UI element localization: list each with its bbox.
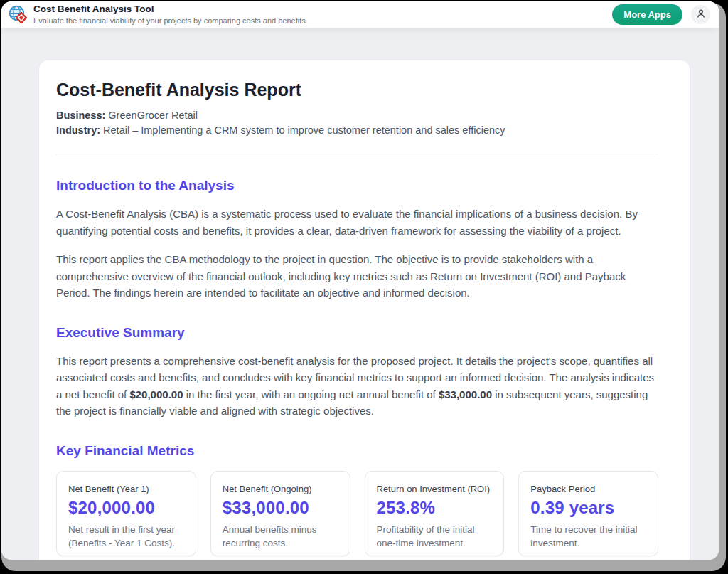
executive-summary-section: Executive Summary This report presents a… (56, 325, 658, 420)
business-meta-line: Business: GreenGrocer Retail (56, 108, 658, 123)
report-card: Cost-Benefit Analysis Report Business: G… (39, 60, 690, 560)
metric-value: $33,000.00 (223, 498, 338, 518)
metric-label: Return on Investment (ROI) (377, 484, 493, 494)
metric-card-payback-period: Payback Period 0.39 years Time to recove… (518, 471, 658, 556)
industry-value: Retail – Implementing a CRM system to im… (103, 124, 505, 136)
metrics-grid: Net Benefit (Year 1) $20,000.00 Net resu… (56, 471, 658, 556)
metric-label: Net Benefit (Ongoing) (223, 484, 338, 494)
metric-label: Payback Period (530, 484, 646, 494)
metric-description: Time to recover the initial investment. (530, 523, 646, 550)
app-subtitle: Evaluate the financial viability of your… (33, 16, 308, 26)
industry-label: Industry: (56, 124, 100, 136)
industry-meta-line: Industry: Retail – Implementing a CRM sy… (56, 123, 658, 138)
section-divider (56, 154, 658, 154)
metric-value: 253.8% (377, 498, 493, 518)
metric-value: $20,000.00 (68, 498, 184, 518)
business-value: GreenGrocer Retail (108, 110, 198, 121)
metric-description: Net result in the first year (Benefits -… (68, 523, 184, 550)
more-apps-button[interactable]: More Apps (612, 4, 682, 25)
metric-card-net-benefit-year1: Net Benefit (Year 1) $20,000.00 Net resu… (56, 471, 196, 556)
person-icon (695, 8, 707, 21)
report-title: Cost-Benefit Analysis Report (56, 80, 658, 100)
metric-card-net-benefit-ongoing: Net Benefit (Ongoing) $33,000.00 Annual … (210, 471, 350, 556)
key-financial-metrics-heading: Key Financial Metrics (56, 443, 658, 459)
metric-description: Annual benefits minus recurring costs. (223, 523, 338, 550)
metric-description: Profitability of the initial one-time in… (377, 523, 493, 550)
metric-value: 0.39 years (530, 498, 646, 518)
page-background: Cost-Benefit Analysis Report Business: G… (1, 28, 719, 560)
app-window: Cost Benefit Analysis Tool Evaluate the … (1, 1, 719, 560)
header-titles: Cost Benefit Analysis Tool Evaluate the … (33, 4, 308, 26)
app-header: Cost Benefit Analysis Tool Evaluate the … (1, 1, 719, 28)
introduction-paragraph-2: This report applies the CBA methodology … (56, 251, 658, 302)
executive-summary-heading: Executive Summary (56, 325, 658, 341)
executive-summary-paragraph: This report presents a comprehensive cos… (56, 353, 658, 420)
net-benefit-ongoing-inline-value: $33,000.00 (439, 388, 492, 400)
introduction-heading: Introduction to the Analysis (56, 178, 658, 193)
net-benefit-year1-inline-value: $20,000.00 (129, 388, 183, 400)
introduction-section: Introduction to the Analysis A Cost-Bene… (56, 178, 658, 302)
app-title: Cost Benefit Analysis Tool (33, 4, 308, 16)
metric-card-roi: Return on Investment (ROI) 253.8% Profit… (365, 471, 505, 556)
introduction-paragraph-1: A Cost-Benefit Analysis (CBA) is a syste… (56, 206, 658, 239)
metric-label: Net Benefit (Year 1) (68, 484, 184, 494)
globe-red-diamond-logo-icon (9, 5, 28, 24)
avatar-button[interactable] (691, 5, 710, 24)
key-financial-metrics-section: Key Financial Metrics Net Benefit (Year … (56, 443, 658, 556)
summary-text-2: in the first year, with an ongoing net a… (183, 388, 439, 400)
business-label: Business: (56, 110, 105, 121)
